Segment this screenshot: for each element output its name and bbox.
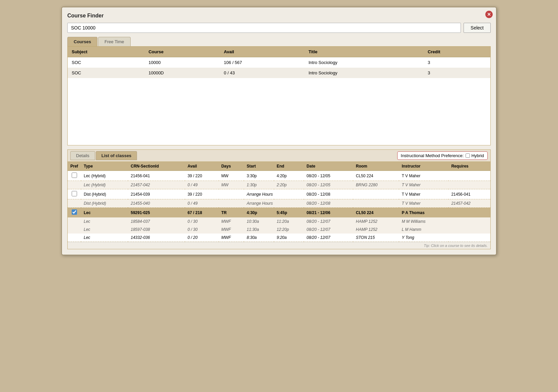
cell-pref: [68, 217, 81, 225]
close-button[interactable]: ✕: [485, 11, 493, 18]
cell-requires: [448, 225, 490, 234]
tab-list-of-classes[interactable]: List of classes: [96, 151, 137, 160]
pref-checkbox[interactable]: [72, 209, 77, 215]
header-requires: Requires: [448, 162, 490, 171]
header-pref: Pref: [68, 162, 81, 171]
tab-courses[interactable]: Courses: [67, 37, 97, 46]
cell-instructor: Y Tong: [399, 234, 448, 242]
hybrid-checkbox[interactable]: [466, 153, 470, 158]
cell-requires: 21457-042: [448, 199, 490, 208]
hybrid-checkbox-label[interactable]: Hybrid: [466, 153, 484, 158]
cell-start: 10:30a: [244, 217, 274, 225]
pref-checkbox[interactable]: [72, 191, 77, 196]
method-preference-box: Instructional Method Preference: Hybrid: [397, 151, 488, 160]
cell-room: [353, 199, 399, 208]
cell-requires: 21456-041: [448, 189, 490, 199]
bottom-tabs-row: Details List of classes Instructional Me…: [68, 150, 490, 162]
hybrid-label: Hybrid: [471, 153, 484, 158]
cell-end: 12:20p: [274, 225, 304, 234]
cell-date: 08/21 - 12/06: [304, 208, 353, 218]
cell-pref: [68, 181, 81, 189]
cell-date: 08/20 - 12/05: [304, 171, 353, 181]
table-row[interactable]: Lec (Hybrid) 21456-041 39 / 220 MW 3:30p…: [68, 171, 490, 181]
cell-room: HAMP 1252: [353, 225, 399, 234]
cell-end: 5:45p: [274, 208, 304, 218]
course-finder-dialog: Course Finder ✕ Select Courses Free Time…: [61, 7, 497, 255]
header-title: Title: [304, 47, 424, 57]
cell-end: 11:20a: [274, 217, 304, 225]
table-row[interactable]: Lec 18597-038 0 / 30 MWF 11:30a 12:20p 0…: [68, 225, 490, 234]
cell-start: 8:30a: [244, 234, 274, 242]
cell-requires: [448, 217, 490, 225]
cell-days: MWF: [219, 217, 244, 225]
cell-date: 08/20 - 12/08: [304, 199, 353, 208]
cell-crn: 18584-037: [128, 217, 185, 225]
cell-pref: [68, 225, 81, 234]
cell-crn: 18597-038: [128, 225, 185, 234]
cell-type: Lec: [81, 234, 128, 242]
select-button[interactable]: Select: [464, 23, 491, 33]
cell-days: TR: [219, 208, 244, 218]
tab-details[interactable]: Details: [70, 151, 95, 160]
cell-date: 08/20 - 12/05: [304, 181, 353, 189]
cell-instructor: L M Hamm: [399, 225, 448, 234]
cell-course: 10000: [144, 57, 220, 68]
header-room: Room: [353, 162, 399, 171]
cell-instructor: T V Maher: [399, 181, 448, 189]
cell-credit: 3: [424, 68, 490, 78]
cell-requires: [448, 171, 490, 181]
cell-pref[interactable]: [68, 208, 81, 218]
table-row[interactable]: Dist (Hybrid) 21454-039 39 / 220 Arrange…: [68, 189, 490, 199]
cell-title: Intro Sociology: [304, 68, 424, 78]
header-avail: Avail: [220, 47, 304, 57]
pref-checkbox[interactable]: [72, 173, 77, 178]
cell-course: 10000D: [144, 68, 220, 78]
cell-date: 08/20 - 12/07: [304, 217, 353, 225]
cell-pref[interactable]: [68, 189, 81, 199]
cell-instructor: T V Maher: [399, 189, 448, 199]
classes-table-header: Pref Type CRN-SectionId Avail Days Start…: [68, 162, 490, 171]
cell-days: MW: [219, 181, 244, 189]
table-row[interactable]: Dist (Hybrid) 21455-040 0 / 49 Arrange H…: [68, 199, 490, 208]
table-row[interactable]: SOC 10000D 0 / 43 Intro Sociology 3: [68, 68, 490, 78]
cell-requires: [448, 208, 490, 218]
table-row[interactable]: SOC 10000 106 / 567 Intro Sociology 3: [68, 57, 490, 68]
cell-avail: 0 / 49: [185, 199, 219, 208]
table-row-selected[interactable]: Lec 59291-025 67 / 218 TR 4:30p 5:45p 08…: [68, 208, 490, 218]
tab-free-time[interactable]: Free Time: [98, 37, 131, 46]
cell-instructor: P A Thomas: [399, 208, 448, 218]
cell-room: BRNG 2280: [353, 181, 399, 189]
cell-date: 08/20 - 12/07: [304, 234, 353, 242]
header-instructor: Instructor: [399, 162, 448, 171]
cell-crn: 21455-040: [128, 199, 185, 208]
header-credit: Credit: [424, 47, 490, 57]
cell-avail: 0 / 20: [185, 234, 219, 242]
cell-days: [219, 189, 244, 199]
cell-crn: 21454-039: [128, 189, 185, 199]
cell-avail: 106 / 567: [220, 57, 304, 68]
header-crn: CRN-SectionId: [128, 162, 185, 171]
cell-type: Lec: [81, 208, 128, 218]
header-subject: Subject: [68, 47, 144, 57]
header-type: Type: [81, 162, 128, 171]
cell-title: Intro Sociology: [304, 57, 424, 68]
courses-table: Subject Course Avail Title Credit SOC 10…: [68, 47, 490, 145]
table-row[interactable]: Lec 14332-036 0 / 20 MWF 8:30a 9:20a 08/…: [68, 234, 490, 242]
cell-room: HAMP 1252: [353, 217, 399, 225]
cell-pref[interactable]: [68, 171, 81, 181]
cell-end: 9:20a: [274, 234, 304, 242]
cell-start: 4:30p: [244, 208, 274, 218]
cell-type: Dist (Hybrid): [81, 199, 128, 208]
cell-requires: [448, 181, 490, 189]
table-row[interactable]: Lec (Hybrid) 21457-042 0 / 49 MW 1:30p 2…: [68, 181, 490, 189]
table-row[interactable]: Lec 18584-037 0 / 30 MWF 10:30a 11:20a 0…: [68, 217, 490, 225]
cell-start: 1:30p: [244, 181, 274, 189]
cell-requires: [448, 234, 490, 242]
cell-arrange-hours: Arrange Hours: [244, 189, 304, 199]
top-tabs: Courses Free Time: [67, 37, 491, 46]
cell-start: 11:30a: [244, 225, 274, 234]
search-input[interactable]: [67, 23, 461, 33]
bottom-tabs: Details List of classes: [70, 151, 137, 160]
header-start: Start: [244, 162, 274, 171]
courses-table-header: Subject Course Avail Title Credit: [68, 47, 490, 57]
